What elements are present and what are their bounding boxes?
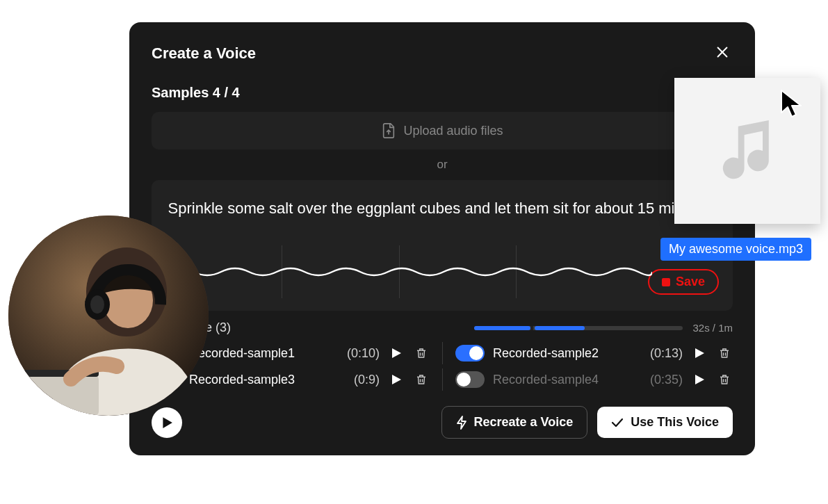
prompt-text: Sprinkle some salt over the eggplant cub… bbox=[165, 197, 719, 220]
play-sample-button[interactable] bbox=[691, 345, 708, 361]
sample-duration: (0:9) bbox=[354, 373, 380, 387]
play-sample-button[interactable] bbox=[388, 371, 405, 388]
check-icon bbox=[611, 418, 624, 428]
waveform-track[interactable] bbox=[165, 245, 633, 298]
upload-label: Upload audio files bbox=[403, 124, 503, 138]
modal-header: Create a Voice bbox=[152, 42, 733, 65]
svg-marker-6 bbox=[163, 417, 172, 428]
play-icon bbox=[391, 348, 402, 359]
delete-sample-button[interactable] bbox=[716, 345, 733, 361]
trash-icon bbox=[718, 347, 731, 359]
drag-cursor-icon bbox=[780, 89, 804, 121]
sample-toggle[interactable] bbox=[455, 345, 485, 361]
stop-icon bbox=[662, 278, 670, 286]
user-avatar bbox=[8, 216, 209, 416]
avatar-illustration-icon bbox=[8, 216, 209, 416]
waveform-row: 0:05 Save bbox=[165, 245, 719, 298]
or-divider: or bbox=[152, 158, 733, 172]
dragged-file-name-chip: My awesome voice.mp3 bbox=[660, 238, 811, 261]
trash-icon bbox=[718, 373, 731, 386]
play-icon bbox=[391, 374, 402, 385]
delete-sample-button[interactable] bbox=[716, 371, 733, 388]
svg-marker-4 bbox=[392, 375, 401, 384]
samples-count-label: Samples 4 / 4 bbox=[152, 85, 733, 101]
play-icon bbox=[694, 374, 705, 385]
sample-duration: (0:35) bbox=[650, 373, 683, 387]
samples-grid: Recorded-sample1 (0:10) Recorded-sample2… bbox=[152, 342, 733, 391]
use-this-voice-button[interactable]: Use This Voice bbox=[597, 407, 733, 438]
sample-name: Recorded-sample2 bbox=[493, 346, 642, 361]
sample-name: Recorded-sample4 bbox=[493, 373, 642, 387]
close-button[interactable] bbox=[712, 42, 733, 65]
clone-progress-meta: 32s / 1m bbox=[692, 322, 733, 334]
play-icon bbox=[161, 416, 173, 429]
upload-audio-button[interactable]: Upload audio files bbox=[152, 112, 733, 149]
play-icon bbox=[694, 348, 705, 359]
play-sample-button[interactable] bbox=[691, 371, 708, 388]
waveform-icon bbox=[165, 263, 652, 280]
sample-row: Recorded-sample4 (0:35) bbox=[442, 368, 733, 391]
delete-sample-button[interactable] bbox=[413, 371, 430, 388]
upload-file-icon bbox=[381, 122, 396, 139]
modal-title: Create a Voice bbox=[152, 44, 256, 63]
music-file-icon bbox=[709, 113, 786, 189]
sample-toggle[interactable] bbox=[455, 371, 485, 388]
save-recording-button[interactable]: Save bbox=[648, 269, 719, 295]
sample-row: Recorded-sample2 (0:13) bbox=[442, 342, 733, 364]
recording-prompt-box: Sprinkle some salt over the eggplant cub… bbox=[152, 180, 733, 311]
trash-icon bbox=[415, 373, 428, 386]
svg-marker-2 bbox=[392, 348, 401, 358]
svg-marker-3 bbox=[695, 348, 704, 358]
dragged-file-name: My awesome voice.mp3 bbox=[669, 242, 803, 256]
sample-duration: (0:10) bbox=[347, 346, 380, 361]
play-all-button[interactable] bbox=[152, 407, 182, 438]
use-this-voice-label: Use This Voice bbox=[631, 415, 719, 430]
recreate-voice-label: Recreate a Voice bbox=[474, 415, 574, 430]
svg-marker-5 bbox=[695, 375, 704, 384]
trash-icon bbox=[415, 347, 428, 359]
clone-progress-track bbox=[474, 326, 683, 330]
recreate-voice-button[interactable]: Recreate a Voice bbox=[441, 406, 588, 439]
modal-footer: Recreate a Voice Use This Voice bbox=[152, 406, 733, 439]
svg-point-11 bbox=[90, 295, 104, 314]
play-sample-button[interactable] bbox=[388, 345, 405, 361]
sample-row: Recorded-sample3 (0:9) bbox=[152, 368, 442, 391]
svg-rect-12 bbox=[22, 375, 99, 416]
sample-duration: (0:13) bbox=[650, 346, 683, 361]
lightning-icon bbox=[456, 416, 467, 430]
sample-name: Recorded-sample1 bbox=[189, 346, 339, 361]
delete-sample-button[interactable] bbox=[413, 345, 430, 361]
save-recording-label: Save bbox=[676, 275, 705, 289]
close-icon bbox=[715, 44, 730, 60]
clone-samples-header: es to clone (3) 32s / 1m bbox=[152, 320, 733, 335]
sample-name: Recorded-sample3 bbox=[189, 373, 346, 387]
clone-progress: 32s / 1m bbox=[474, 322, 733, 334]
